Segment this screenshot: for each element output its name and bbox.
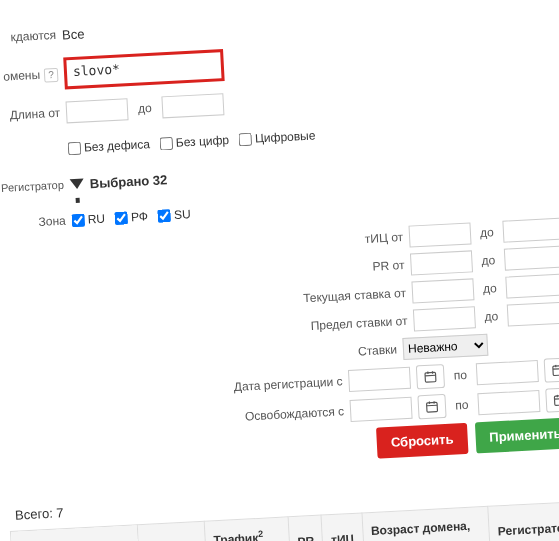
calendar-icon[interactable]: [416, 364, 445, 389]
regdate-from-label: Дата регистрации с: [234, 374, 343, 394]
maxbid-from-label: Предел ставки от: [310, 314, 408, 333]
calendar-icon[interactable]: [544, 357, 559, 382]
col-traffic[interactable]: Трафик1: [137, 521, 206, 541]
release-po-label: по: [452, 398, 473, 413]
col-pr[interactable]: PR: [288, 515, 324, 541]
bids-select[interactable]: Неважно: [402, 334, 488, 360]
pr-from-label: PR от: [372, 258, 405, 274]
maxbid-from-input[interactable]: [413, 306, 476, 331]
released-value[interactable]: Все: [62, 26, 85, 42]
no-digits-label: Без цифр: [176, 133, 230, 150]
col-tic[interactable]: тИЦ: [321, 513, 364, 541]
maxbid-to-label: до: [481, 309, 502, 324]
tic-to-label: до: [477, 225, 498, 240]
release-to-input[interactable]: [477, 390, 540, 415]
domains-input[interactable]: slovo*: [63, 49, 224, 89]
apply-button[interactable]: Применить: [475, 417, 559, 453]
regdate-from-input[interactable]: [348, 367, 411, 392]
svg-line-1: [425, 375, 435, 376]
calendar-icon[interactable]: [545, 387, 559, 412]
svg-line-9: [427, 405, 437, 406]
digital-checkbox[interactable]: [239, 132, 253, 146]
zone-rf-label: РФ: [131, 209, 149, 224]
regdate-po-label: по: [450, 368, 471, 383]
svg-rect-8: [427, 402, 438, 412]
funnel-icon[interactable]: [70, 179, 85, 190]
svg-rect-0: [425, 372, 436, 382]
pr-from-input[interactable]: [410, 250, 473, 275]
domains-label: омены?: [0, 66, 64, 85]
svg-line-5: [553, 369, 559, 370]
col-age[interactable]: Возраст домена, г.: [362, 506, 491, 541]
registrar-selected[interactable]: Выбрано 32: [89, 172, 167, 191]
col-domain[interactable]: Домен ▼: [10, 525, 140, 541]
release-from-label: Освобождаются с: [245, 404, 345, 423]
pr-to-input[interactable]: [504, 245, 559, 270]
curbid-to-label: до: [480, 281, 501, 296]
no-hyphen-label: Без дефиса: [84, 137, 151, 154]
length-to-input[interactable]: [161, 93, 224, 118]
curbid-to-input[interactable]: [505, 273, 559, 298]
curbid-from-input[interactable]: [411, 278, 474, 303]
calendar-icon[interactable]: [417, 394, 446, 419]
zone-su-label: SU: [174, 207, 191, 222]
length-to-label: до: [138, 101, 152, 116]
length-from-input[interactable]: [66, 98, 129, 123]
tic-from-input[interactable]: [408, 222, 471, 247]
pr-to-label: до: [478, 253, 499, 268]
zone-ru-checkbox[interactable]: [71, 213, 85, 227]
regdate-to-input[interactable]: [476, 360, 539, 385]
zone-ru-label: RU: [87, 212, 105, 227]
bids-label: Ставки: [358, 342, 398, 358]
svg-line-13: [555, 399, 559, 400]
col-traffic-search[interactable]: Трафик2поисковый: [204, 517, 290, 541]
released-label: кдаются: [0, 28, 62, 46]
registrar-label: Регистратор: [0, 178, 70, 194]
zone-label: Зона: [0, 213, 72, 231]
maxbid-to-input[interactable]: [507, 301, 559, 326]
svg-rect-12: [554, 396, 559, 406]
tic-to-input[interactable]: [502, 217, 559, 242]
length-from-label: Длина от: [0, 105, 66, 123]
release-from-input[interactable]: [350, 397, 413, 422]
reset-button[interactable]: Сбросить: [376, 423, 468, 459]
zone-su-checkbox[interactable]: [158, 209, 172, 223]
zone-rf-checkbox[interactable]: [115, 211, 129, 225]
no-hyphen-checkbox[interactable]: [68, 141, 82, 155]
col-registrar[interactable]: Регистратор: [488, 502, 559, 541]
no-digits-checkbox[interactable]: [160, 136, 174, 150]
curbid-from-label: Текущая ставка от: [303, 286, 407, 305]
tic-from-label: тИЦ от: [365, 230, 404, 246]
digital-label: Цифровые: [255, 128, 316, 145]
help-icon[interactable]: ?: [44, 67, 59, 82]
